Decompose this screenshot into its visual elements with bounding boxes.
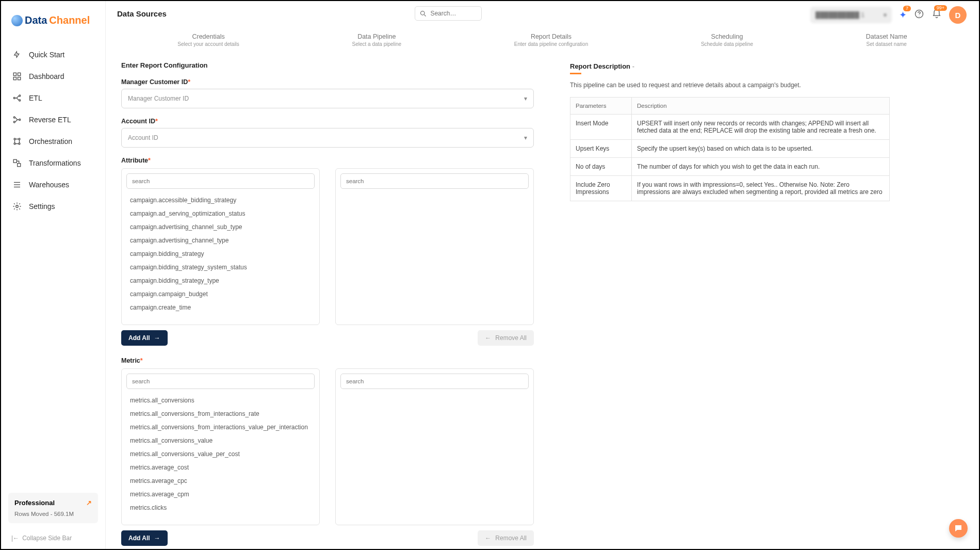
wizard-step-title: Credentials (177, 33, 239, 40)
col-description: Description (632, 98, 890, 115)
col-parameters: Parameters (570, 98, 632, 115)
attribute-selected-pane (335, 168, 534, 325)
wizard-step-desc: Set dataset name (866, 41, 907, 47)
metric-item[interactable]: metrics.average_cpc (128, 474, 313, 488)
dashboard-icon (12, 72, 22, 81)
wizard-step-title: Data Pipeline (352, 33, 402, 40)
label-manager-id: Manager Customer ID* (121, 78, 534, 86)
sidebar-item-etl[interactable]: ETL (1, 87, 105, 109)
attribute-item[interactable]: campaign.bidding_strategy (128, 247, 313, 261)
sidebar-item-dashboard[interactable]: Dashboard (1, 66, 105, 87)
wizard-step-0[interactable]: CredentialsSelect your account details (177, 33, 239, 47)
metric-remove-all-button[interactable]: ←Remove All (478, 530, 534, 546)
global-search[interactable] (415, 6, 482, 21)
arrow-right-icon: → (154, 334, 160, 342)
wizard-step-4[interactable]: Dataset NameSet dataset name (866, 33, 907, 47)
warehouses-icon (12, 180, 22, 189)
report-description-title: Report Description - (570, 62, 634, 70)
chat-fab[interactable] (949, 519, 968, 538)
attribute-item[interactable]: campaign.bidding_strategy_system_status (128, 261, 313, 274)
report-description-text: This pipeline can be used to request and… (570, 82, 890, 89)
quick-start-icon (12, 50, 22, 59)
metric-selected-search[interactable] (340, 374, 529, 389)
svg-point-23 (919, 16, 919, 17)
notifications-button[interactable]: 99+ (932, 9, 942, 21)
attribute-item[interactable]: campaign.ad_serving_optimization_status (128, 207, 313, 220)
brand-text-1: Data (25, 14, 47, 26)
select-manager-customer-id[interactable]: Manager Customer ID ▾ (121, 89, 534, 108)
label-attribute: Attribute* (121, 157, 534, 164)
svg-line-21 (424, 14, 426, 16)
workspace-selector[interactable]: ██████████ 1▾ (810, 7, 892, 23)
metric-item[interactable]: metrics.clicks (128, 501, 313, 514)
parameters-table: Parameters Description Insert ModeUPSERT… (570, 97, 890, 201)
param-name: Insert Mode (570, 115, 632, 140)
attribute-item[interactable]: campaign.accessible_bidding_strategy (128, 193, 313, 207)
attribute-item[interactable]: campaign.create_time (128, 301, 313, 314)
metric-item[interactable]: metrics.all_conversions (128, 394, 313, 407)
attribute-add-all-button[interactable]: Add All→ (121, 330, 168, 346)
wizard-step-desc: Schedule data pipeline (701, 41, 753, 47)
topbar-right: ██████████ 1▾ ✦ 7 99+ D (810, 6, 967, 24)
metric-add-all-button[interactable]: Add All→ (121, 530, 168, 546)
wizard-step-1[interactable]: Data PipelineSelect a data pipeline (352, 33, 402, 47)
global-search-input[interactable] (430, 10, 471, 17)
attribute-item[interactable]: campaign.campaign_budget (128, 287, 313, 301)
svg-rect-2 (13, 77, 16, 79)
metric-item[interactable]: metrics.all_conversions_value_per_cost (128, 447, 313, 461)
attribute-available-list[interactable]: campaign.accessible_bidding_strategycamp… (122, 193, 319, 317)
user-avatar[interactable]: D (949, 6, 967, 24)
sidebar-item-settings[interactable]: Settings (1, 196, 105, 217)
chevron-down-icon: ▾ (524, 134, 527, 141)
metric-available-list[interactable]: metrics.all_conversionsmetrics.all_conve… (122, 394, 319, 517)
attribute-item[interactable]: campaign.advertising_channel_sub_type (128, 220, 313, 234)
settings-icon (12, 202, 22, 211)
svg-rect-3 (18, 77, 21, 79)
metric-available-search[interactable] (126, 374, 315, 389)
metric-selected-list[interactable] (336, 394, 533, 397)
sidebar-item-label: Transformations (29, 159, 81, 167)
wizard-step-title: Dataset Name (866, 33, 907, 40)
collapse-label: Collapse Side Bar (22, 535, 72, 542)
attribute-available-search[interactable] (126, 173, 315, 189)
metric-item[interactable]: metrics.average_cost (128, 461, 313, 474)
metric-item[interactable]: metrics.all_conversions_from_interaction… (128, 420, 313, 434)
sidebar-item-quick-start[interactable]: Quick Start (1, 44, 105, 66)
plan-box[interactable]: Professional ↗ Rows Moved - 569.1M (8, 493, 98, 523)
wizard-step-2[interactable]: Report DetailsEnter data pipeline config… (514, 33, 588, 47)
svg-point-20 (421, 11, 425, 15)
select-account-id[interactable]: Account ID ▾ (121, 128, 534, 148)
sidebar-item-warehouses[interactable]: Warehouses (1, 174, 105, 196)
metric-item[interactable]: metrics.all_conversions_from_interaction… (128, 407, 313, 420)
table-row: Insert ModeUPSERT will insert only new r… (570, 115, 890, 140)
content: CredentialsSelect your account detailsDa… (106, 26, 979, 549)
attribute-remove-all-button[interactable]: ←Remove All (478, 330, 534, 346)
sidebar-item-label: Quick Start (29, 51, 64, 59)
attribute-selected-search[interactable] (340, 173, 529, 189)
arrow-left-icon: ← (485, 334, 491, 342)
svg-rect-14 (13, 159, 17, 163)
param-name: No of days (570, 158, 632, 176)
collapse-sidebar[interactable]: |← Collapse Side Bar (1, 529, 105, 549)
sidebar: DataChannel Quick StartDashboardETLRever… (1, 1, 106, 549)
help-button[interactable] (914, 9, 924, 21)
table-row: Include Zero ImpressionsIf you want rows… (570, 176, 890, 201)
plan-name: Professional (14, 499, 55, 507)
svg-point-10 (14, 138, 15, 140)
attribute-item[interactable]: campaign.advertising_channel_type (128, 234, 313, 247)
svg-rect-1 (18, 73, 21, 75)
orchestration-icon (12, 137, 22, 146)
metric-item[interactable]: metrics.average_cpm (128, 488, 313, 501)
param-name: Include Zero Impressions (570, 176, 632, 201)
sidebar-item-reverse-etl[interactable]: Reverse ETL (1, 109, 105, 131)
sidebar-item-orchestration[interactable]: Orchestration (1, 131, 105, 152)
sidebar-item-transformations[interactable]: Transformations (1, 152, 105, 174)
metric-item[interactable]: metrics.all_conversions_value (128, 434, 313, 447)
sidebar-item-label: Orchestration (29, 137, 72, 145)
chat-icon (954, 524, 963, 533)
attribute-selected-list[interactable] (336, 193, 533, 197)
wizard-step-3[interactable]: SchedulingSchedule data pipeline (701, 33, 753, 47)
attribute-item[interactable]: campaign.bidding_strategy_type (128, 274, 313, 287)
ai-spark-button[interactable]: ✦ 7 (899, 9, 907, 21)
help-icon (914, 9, 924, 19)
